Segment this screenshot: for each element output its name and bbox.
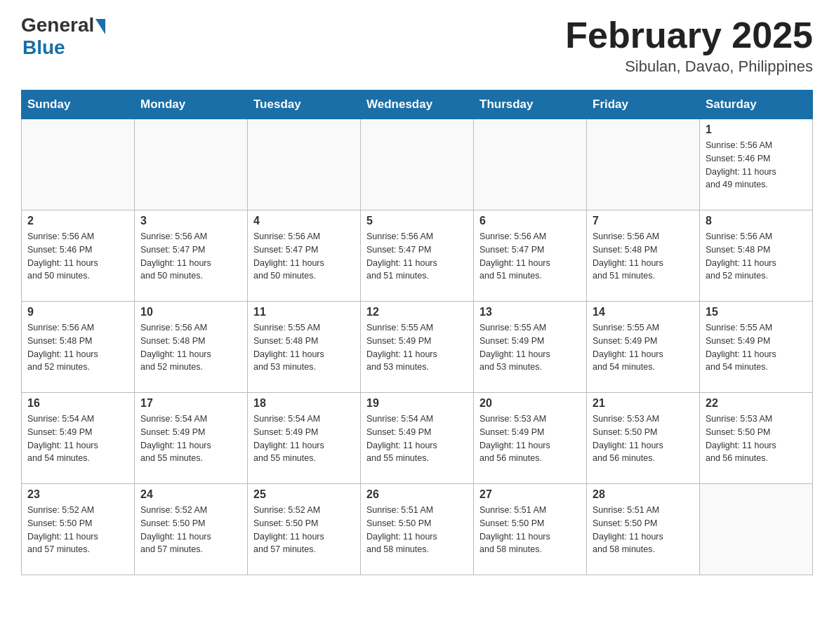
- day-number: 14: [593, 306, 694, 318]
- day-info: Sunrise: 5:56 AM Sunset: 5:48 PM Dayligh…: [706, 230, 807, 283]
- calendar-day-cell: 6Sunrise: 5:56 AM Sunset: 5:47 PM Daylig…: [474, 210, 587, 302]
- calendar-week-row: 2Sunrise: 5:56 AM Sunset: 5:46 PM Daylig…: [22, 210, 813, 302]
- calendar-day-cell: 1Sunrise: 5:56 AM Sunset: 5:46 PM Daylig…: [700, 119, 813, 210]
- day-number: 11: [253, 306, 355, 318]
- day-info: Sunrise: 5:56 AM Sunset: 5:48 PM Dayligh…: [593, 230, 694, 283]
- day-info: Sunrise: 5:55 AM Sunset: 5:48 PM Dayligh…: [253, 321, 355, 374]
- day-info: Sunrise: 5:56 AM Sunset: 5:47 PM Dayligh…: [253, 230, 355, 283]
- day-number: 19: [366, 397, 468, 410]
- day-info: Sunrise: 5:55 AM Sunset: 5:49 PM Dayligh…: [479, 321, 581, 374]
- logo-blue-text: Blue: [22, 36, 65, 59]
- day-of-week-header: Wednesday: [361, 90, 474, 119]
- calendar-day-cell: 24Sunrise: 5:52 AM Sunset: 5:50 PM Dayli…: [135, 484, 248, 575]
- day-info: Sunrise: 5:54 AM Sunset: 5:49 PM Dayligh…: [27, 412, 128, 465]
- calendar-day-cell: 19Sunrise: 5:54 AM Sunset: 5:49 PM Dayli…: [361, 393, 474, 484]
- day-number: 23: [27, 488, 128, 501]
- calendar-day-cell: 23Sunrise: 5:52 AM Sunset: 5:50 PM Dayli…: [22, 484, 135, 575]
- day-number: 6: [479, 215, 581, 227]
- day-number: 8: [706, 215, 807, 227]
- calendar-day-cell: [587, 119, 700, 210]
- day-info: Sunrise: 5:54 AM Sunset: 5:49 PM Dayligh…: [366, 412, 468, 465]
- day-info: Sunrise: 5:51 AM Sunset: 5:50 PM Dayligh…: [366, 504, 468, 556]
- calendar-day-cell: 5Sunrise: 5:56 AM Sunset: 5:47 PM Daylig…: [361, 210, 474, 302]
- logo: General Blue: [21, 14, 105, 59]
- day-of-week-header: Friday: [587, 90, 700, 119]
- day-number: 24: [140, 488, 241, 501]
- day-info: Sunrise: 5:51 AM Sunset: 5:50 PM Dayligh…: [479, 504, 581, 556]
- calendar-day-cell: 15Sunrise: 5:55 AM Sunset: 5:49 PM Dayli…: [700, 302, 813, 393]
- day-number: 27: [479, 488, 581, 501]
- calendar-day-cell: 11Sunrise: 5:55 AM Sunset: 5:48 PM Dayli…: [248, 302, 361, 393]
- calendar-day-cell: 9Sunrise: 5:56 AM Sunset: 5:48 PM Daylig…: [22, 302, 135, 393]
- day-of-week-header: Monday: [135, 90, 248, 119]
- calendar-week-row: 16Sunrise: 5:54 AM Sunset: 5:49 PM Dayli…: [22, 393, 813, 484]
- calendar-day-cell: 8Sunrise: 5:56 AM Sunset: 5:48 PM Daylig…: [700, 210, 813, 302]
- title-section: February 2025 Sibulan, Davao, Philippine…: [565, 14, 813, 76]
- calendar-day-cell: [135, 119, 248, 210]
- calendar-day-cell: [22, 119, 135, 210]
- calendar-week-row: 1Sunrise: 5:56 AM Sunset: 5:46 PM Daylig…: [22, 119, 813, 210]
- day-info: Sunrise: 5:56 AM Sunset: 5:46 PM Dayligh…: [706, 139, 807, 192]
- calendar-day-cell: 25Sunrise: 5:52 AM Sunset: 5:50 PM Dayli…: [248, 484, 361, 575]
- day-info: Sunrise: 5:56 AM Sunset: 5:46 PM Dayligh…: [27, 230, 128, 283]
- calendar-day-cell: 22Sunrise: 5:53 AM Sunset: 5:50 PM Dayli…: [700, 393, 813, 484]
- day-number: 2: [27, 215, 128, 227]
- day-number: 13: [479, 306, 581, 318]
- day-number: 25: [253, 488, 355, 501]
- day-of-week-header: Thursday: [474, 90, 587, 119]
- day-info: Sunrise: 5:53 AM Sunset: 5:50 PM Dayligh…: [706, 412, 807, 465]
- day-number: 26: [366, 488, 468, 501]
- page-header: General Blue February 2025 Sibulan, Dava…: [21, 14, 813, 76]
- calendar-day-cell: 27Sunrise: 5:51 AM Sunset: 5:50 PM Dayli…: [474, 484, 587, 575]
- day-info: Sunrise: 5:56 AM Sunset: 5:48 PM Dayligh…: [27, 321, 128, 374]
- day-number: 21: [593, 397, 694, 410]
- calendar-day-cell: 21Sunrise: 5:53 AM Sunset: 5:50 PM Dayli…: [587, 393, 700, 484]
- day-number: 12: [366, 306, 468, 318]
- day-of-week-header: Tuesday: [248, 90, 361, 119]
- day-number: 28: [593, 488, 694, 501]
- day-info: Sunrise: 5:54 AM Sunset: 5:49 PM Dayligh…: [253, 412, 355, 465]
- day-number: 17: [140, 397, 241, 410]
- day-info: Sunrise: 5:55 AM Sunset: 5:49 PM Dayligh…: [366, 321, 468, 374]
- day-number: 16: [27, 397, 128, 410]
- calendar-day-cell: 28Sunrise: 5:51 AM Sunset: 5:50 PM Dayli…: [587, 484, 700, 575]
- day-info: Sunrise: 5:56 AM Sunset: 5:47 PM Dayligh…: [479, 230, 581, 283]
- day-info: Sunrise: 5:56 AM Sunset: 5:48 PM Dayligh…: [140, 321, 241, 374]
- calendar-day-cell: 16Sunrise: 5:54 AM Sunset: 5:49 PM Dayli…: [22, 393, 135, 484]
- day-of-week-header: Saturday: [700, 90, 813, 119]
- day-info: Sunrise: 5:52 AM Sunset: 5:50 PM Dayligh…: [27, 504, 128, 556]
- calendar-day-cell: 10Sunrise: 5:56 AM Sunset: 5:48 PM Dayli…: [135, 302, 248, 393]
- logo-triangle-icon: [95, 19, 105, 34]
- calendar-day-cell: 2Sunrise: 5:56 AM Sunset: 5:46 PM Daylig…: [22, 210, 135, 302]
- day-number: 22: [706, 397, 807, 410]
- day-number: 10: [140, 306, 241, 318]
- day-of-week-header: Sunday: [22, 90, 135, 119]
- calendar-day-cell: 17Sunrise: 5:54 AM Sunset: 5:49 PM Dayli…: [135, 393, 248, 484]
- day-number: 9: [27, 306, 128, 318]
- month-title: February 2025: [565, 14, 813, 56]
- day-info: Sunrise: 5:56 AM Sunset: 5:47 PM Dayligh…: [140, 230, 241, 283]
- calendar-day-cell: 18Sunrise: 5:54 AM Sunset: 5:49 PM Dayli…: [248, 393, 361, 484]
- day-info: Sunrise: 5:52 AM Sunset: 5:50 PM Dayligh…: [140, 504, 241, 556]
- day-number: 20: [479, 397, 581, 410]
- calendar-day-cell: 14Sunrise: 5:55 AM Sunset: 5:49 PM Dayli…: [587, 302, 700, 393]
- calendar-day-cell: [248, 119, 361, 210]
- day-number: 1: [706, 123, 807, 136]
- calendar-day-cell: 26Sunrise: 5:51 AM Sunset: 5:50 PM Dayli…: [361, 484, 474, 575]
- calendar-day-cell: 7Sunrise: 5:56 AM Sunset: 5:48 PM Daylig…: [587, 210, 700, 302]
- day-number: 18: [253, 397, 355, 410]
- location-subtitle: Sibulan, Davao, Philippines: [565, 58, 813, 76]
- day-info: Sunrise: 5:56 AM Sunset: 5:47 PM Dayligh…: [366, 230, 468, 283]
- day-info: Sunrise: 5:55 AM Sunset: 5:49 PM Dayligh…: [593, 321, 694, 374]
- logo-general-text: General: [21, 14, 94, 36]
- calendar-day-cell: [474, 119, 587, 210]
- day-info: Sunrise: 5:52 AM Sunset: 5:50 PM Dayligh…: [253, 504, 355, 556]
- day-info: Sunrise: 5:53 AM Sunset: 5:49 PM Dayligh…: [479, 412, 581, 465]
- calendar-day-cell: 3Sunrise: 5:56 AM Sunset: 5:47 PM Daylig…: [135, 210, 248, 302]
- calendar-day-cell: [700, 484, 813, 575]
- calendar-day-cell: 20Sunrise: 5:53 AM Sunset: 5:49 PM Dayli…: [474, 393, 587, 484]
- calendar-day-cell: 12Sunrise: 5:55 AM Sunset: 5:49 PM Dayli…: [361, 302, 474, 393]
- day-info: Sunrise: 5:55 AM Sunset: 5:49 PM Dayligh…: [706, 321, 807, 374]
- day-number: 4: [253, 215, 355, 227]
- day-number: 3: [140, 215, 241, 227]
